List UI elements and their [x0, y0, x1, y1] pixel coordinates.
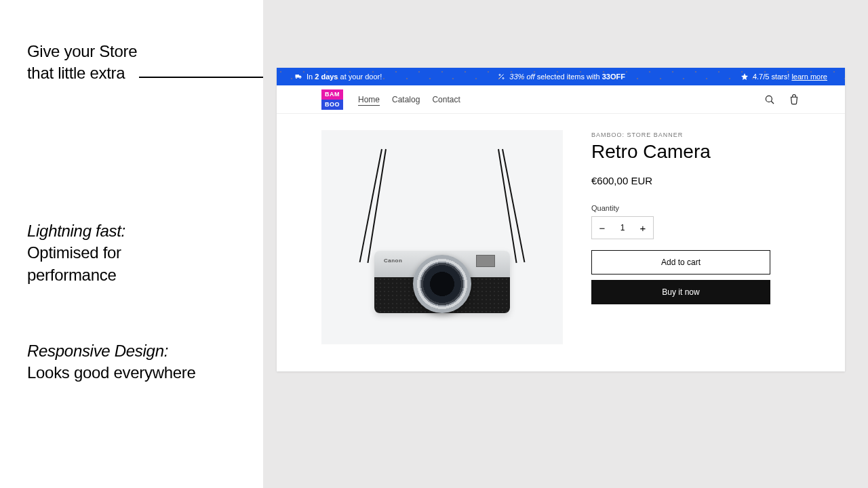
product-price: €600,00 EUR [591, 175, 800, 186]
feature-line: that little extra [27, 64, 125, 82]
text: at your door! [338, 73, 382, 81]
feature-line: performance [27, 266, 116, 284]
camera-brand-label: Canon [384, 258, 402, 264]
store-header: BAM BOO Home Catalog Contact [277, 85, 845, 114]
viewfinder [476, 255, 495, 267]
percent-icon [497, 73, 505, 81]
text: In [307, 73, 315, 81]
search-icon[interactable] [764, 94, 776, 106]
text: 33OFF [602, 73, 625, 81]
quantity-label: Quantity [591, 204, 800, 212]
camera-illustration: Canon [368, 149, 517, 325]
nav-catalog[interactable]: Catalog [392, 95, 420, 104]
logo-text-bottom: BOO [321, 100, 343, 110]
main-nav: Home Catalog Contact [358, 95, 460, 104]
promo-banner: In 2 days at your door! 33% off selected… [277, 68, 845, 85]
text: 2 days [315, 73, 338, 81]
text: selected items with [537, 73, 602, 81]
cart-icon[interactable] [788, 94, 800, 106]
product-vendor: BAMBOO: STORE BANNER [591, 131, 800, 138]
feature-line: Looks good everywhere [27, 363, 196, 382]
nav-contact[interactable]: Contact [432, 95, 460, 104]
product-section: Canon BAMBOO: STORE BANNER Retro Camera … [277, 114, 845, 371]
product-info: BAMBOO: STORE BANNER Retro Camera €600,0… [591, 130, 800, 344]
callout-line [139, 77, 271, 78]
buy-now-button[interactable]: Buy it now [591, 280, 770, 304]
product-title: Retro Camera [591, 141, 800, 163]
store-preview: In 2 days at your door! 33% off selected… [277, 68, 845, 371]
logo-text-top: BAM [321, 89, 343, 100]
quantity-stepper: − 1 + [591, 216, 654, 239]
feature-headline: Give your Store that little extra [27, 41, 237, 85]
feature-line: Give your Store [27, 42, 137, 60]
marketing-column: Give your Store that little extra Lightn… [27, 41, 237, 439]
promo-discount: 33% off selected items with 33OFF [497, 73, 625, 81]
header-actions [764, 94, 800, 106]
svg-line-1 [771, 101, 774, 104]
feature-line: Optimised for [27, 243, 121, 262]
truck-icon [294, 73, 302, 81]
feature-performance: Lightning fast: Optimised for performanc… [27, 220, 237, 286]
promo-rating-link[interactable]: learn more [791, 73, 827, 81]
text: 4.7/5 stars! [753, 73, 791, 81]
promo-shipping: In 2 days at your door! [294, 73, 382, 81]
feature-lead: Responsive Design: [27, 342, 168, 360]
camera-lens [413, 255, 471, 313]
feature-responsive: Responsive Design: Looks good everywhere [27, 340, 237, 384]
qty-decrease-button[interactable]: − [592, 217, 612, 239]
store-logo[interactable]: BAM BOO [321, 89, 343, 110]
star-icon [741, 73, 749, 81]
product-image[interactable]: Canon [321, 130, 563, 344]
svg-point-0 [766, 96, 772, 102]
text: 33% off [509, 73, 536, 81]
qty-value: 1 [612, 217, 633, 239]
nav-home[interactable]: Home [358, 95, 380, 104]
add-to-cart-button[interactable]: Add to cart [591, 250, 770, 274]
promo-rating[interactable]: 4.7/5 stars! learn more [741, 73, 827, 81]
feature-lead: Lightning fast: [27, 222, 125, 240]
qty-increase-button[interactable]: + [633, 217, 653, 239]
